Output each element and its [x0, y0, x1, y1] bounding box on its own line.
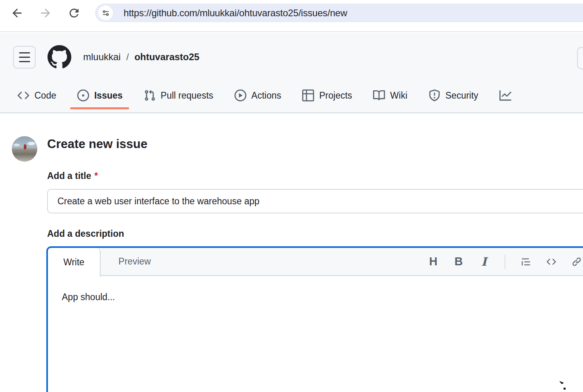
repo-nav: Code Issues Pull requests Actions Projec…: [17, 85, 583, 106]
italic-icon: I: [481, 255, 487, 268]
tab-issues[interactable]: Issues: [77, 89, 123, 101]
back-arrow-icon: [10, 6, 24, 20]
bold-button[interactable]: B: [454, 255, 463, 269]
breadcrumb-separator: /: [126, 51, 129, 63]
tab-security-label: Security: [446, 90, 478, 101]
book-icon: [373, 89, 385, 101]
code-markdown-icon: [547, 256, 556, 268]
tab-projects-label: Projects: [319, 90, 352, 101]
global-menu-button[interactable]: [13, 46, 36, 69]
heading-icon: H: [429, 255, 438, 268]
editor-tabbar: Write Preview H B I: [48, 248, 583, 276]
forward-arrow-icon: [39, 6, 52, 20]
link-button[interactable]: [572, 255, 581, 269]
search-input-partial[interactable]: [577, 47, 583, 69]
graph-icon: [499, 89, 511, 101]
avatar: [12, 136, 37, 162]
toolbar-divider: [505, 255, 505, 269]
link-icon: [572, 256, 581, 268]
browser-toolbar: https://github.com/mluukkai/ohtuvarasto2…: [0, 0, 583, 32]
url-bar[interactable]: https://github.com/mluukkai/ohtuvarasto2…: [95, 4, 583, 22]
tab-pull-requests-label: Pull requests: [161, 90, 213, 101]
browser-reload-button[interactable]: [67, 6, 81, 20]
tab-insights-partial[interactable]: [499, 89, 511, 101]
quote-icon: [521, 256, 531, 268]
markdown-toolbar: H B I: [429, 248, 583, 275]
tab-security[interactable]: Security: [429, 89, 478, 101]
tab-wiki-label: Wiki: [390, 90, 407, 101]
tune-icon: [101, 9, 110, 17]
tab-code-label: Code: [34, 90, 56, 101]
browser-back-button[interactable]: [10, 6, 24, 20]
code-button[interactable]: [547, 255, 556, 269]
tab-pull-requests[interactable]: Pull requests: [144, 89, 213, 101]
issue-title-input[interactable]: [47, 189, 583, 213]
tab-actions[interactable]: Actions: [234, 89, 281, 101]
issue-description-textarea[interactable]: App should...: [48, 276, 583, 392]
tab-preview[interactable]: Preview: [101, 248, 169, 275]
table-icon: [302, 89, 314, 101]
git-pull-request-icon: [144, 89, 156, 101]
shield-icon: [429, 89, 440, 101]
code-icon: [17, 89, 29, 101]
tab-projects[interactable]: Projects: [302, 89, 352, 101]
play-icon: [234, 89, 246, 101]
title-field-label: Add a title*: [47, 171, 98, 181]
github-logo[interactable]: [48, 45, 71, 69]
tab-issues-label: Issues: [94, 90, 123, 101]
tab-write[interactable]: Write: [48, 248, 101, 277]
tab-wiki[interactable]: Wiki: [373, 89, 407, 101]
quote-button[interactable]: [521, 255, 531, 269]
breadcrumb: mluukkai / ohtuvarasto25: [83, 51, 199, 63]
new-issue-form: Create new issue Add a title* Add a desc…: [0, 114, 583, 392]
tab-actions-label: Actions: [251, 90, 281, 101]
description-field-label: Add a description: [47, 228, 124, 239]
hamburger-icon: [19, 52, 30, 53]
editor-body: App should...: [48, 276, 583, 392]
breadcrumb-owner[interactable]: mluukkai: [83, 51, 121, 63]
tab-code[interactable]: Code: [17, 89, 56, 101]
site-settings-button[interactable]: [98, 6, 113, 20]
url-text[interactable]: https://github.com/mluukkai/ohtuvarasto2…: [124, 4, 347, 22]
octocat-icon: [48, 45, 71, 69]
page-title: Create new issue: [47, 137, 147, 151]
reload-icon: [67, 6, 81, 20]
browser-forward-button[interactable]: [39, 6, 52, 20]
italic-button[interactable]: I: [479, 255, 489, 269]
heading-button[interactable]: H: [429, 255, 438, 269]
github-header: mluukkai / ohtuvarasto25 Code Issues Pul…: [0, 33, 583, 113]
description-editor: Write Preview H B I: [46, 246, 583, 392]
github-new-issue-page: https://github.com/mluukkai/ohtuvarasto2…: [0, 0, 583, 392]
issue-opened-icon: [77, 89, 89, 101]
breadcrumb-repo[interactable]: ohtuvarasto25: [134, 51, 199, 63]
required-asterisk: *: [94, 171, 98, 181]
bold-icon: B: [455, 255, 463, 268]
